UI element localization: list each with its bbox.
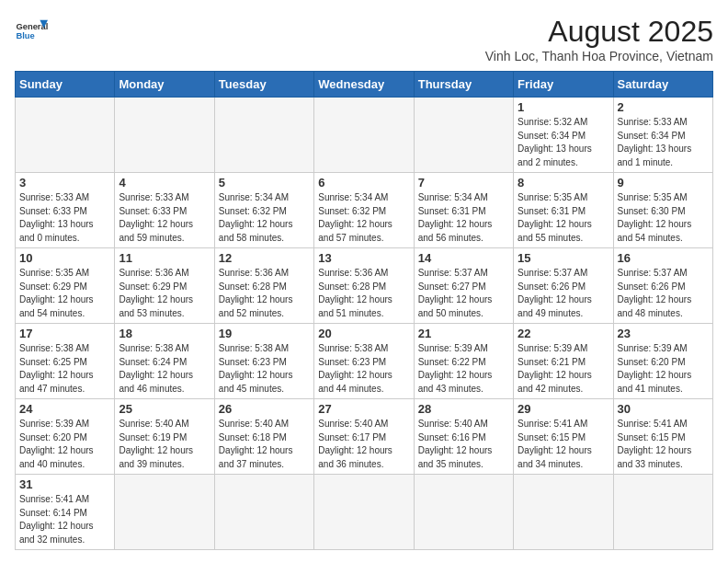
day-number: 17: [19, 327, 110, 340]
day-number: 26: [219, 402, 310, 416]
calendar-cell: [214, 98, 313, 173]
day-number: 19: [219, 327, 310, 340]
calendar-cell: [613, 475, 712, 550]
col-header-sunday: Sunday: [16, 72, 115, 98]
calendar-cell: [115, 98, 214, 173]
svg-text:Blue: Blue: [16, 31, 34, 40]
day-info: Sunrise: 5:35 AM Sunset: 6:31 PM Dayligh…: [518, 191, 609, 245]
calendar-cell: 9Sunrise: 5:35 AM Sunset: 6:30 PM Daylig…: [613, 173, 712, 248]
day-info: Sunrise: 5:40 AM Sunset: 6:18 PM Dayligh…: [219, 418, 310, 471]
day-info: Sunrise: 5:38 AM Sunset: 6:24 PM Dayligh…: [119, 342, 210, 396]
day-number: 31: [19, 477, 110, 491]
day-number: 1: [518, 100, 609, 114]
col-header-saturday: Saturday: [613, 72, 712, 98]
day-number: 16: [618, 251, 709, 265]
calendar-cell: 31Sunrise: 5:41 AM Sunset: 6:14 PM Dayli…: [16, 475, 115, 550]
calendar-cell: [115, 475, 214, 550]
calendar-table: SundayMondayTuesdayWednesdayThursdayFrid…: [15, 71, 713, 550]
calendar-week-0: 1Sunrise: 5:32 AM Sunset: 6:34 PM Daylig…: [16, 98, 713, 173]
day-info: Sunrise: 5:37 AM Sunset: 6:26 PM Dayligh…: [518, 267, 609, 320]
day-info: Sunrise: 5:34 AM Sunset: 6:31 PM Dayligh…: [418, 191, 509, 245]
day-info: Sunrise: 5:38 AM Sunset: 6:23 PM Dayligh…: [219, 342, 310, 396]
calendar-cell: 8Sunrise: 5:35 AM Sunset: 6:31 PM Daylig…: [514, 173, 613, 248]
day-number: 27: [318, 402, 409, 416]
day-info: Sunrise: 5:40 AM Sunset: 6:16 PM Dayligh…: [418, 418, 509, 471]
col-header-friday: Friday: [514, 72, 613, 98]
day-number: 24: [19, 402, 110, 416]
day-number: 9: [618, 176, 709, 190]
col-header-wednesday: Wednesday: [314, 72, 414, 98]
calendar-cell: 19Sunrise: 5:38 AM Sunset: 6:23 PM Dayli…: [214, 324, 313, 399]
calendar-cell: 12Sunrise: 5:36 AM Sunset: 6:28 PM Dayli…: [214, 248, 313, 324]
day-number: 5: [219, 176, 310, 190]
day-info: Sunrise: 5:40 AM Sunset: 6:17 PM Dayligh…: [318, 418, 409, 471]
day-info: Sunrise: 5:37 AM Sunset: 6:26 PM Dayligh…: [618, 267, 709, 320]
calendar-cell: 29Sunrise: 5:41 AM Sunset: 6:15 PM Dayli…: [514, 399, 613, 475]
day-info: Sunrise: 5:41 AM Sunset: 6:15 PM Dayligh…: [518, 418, 609, 471]
calendar-cell: 27Sunrise: 5:40 AM Sunset: 6:17 PM Dayli…: [314, 399, 414, 475]
calendar-cell: 20Sunrise: 5:38 AM Sunset: 6:23 PM Dayli…: [314, 324, 414, 399]
logo: General Blue: [15, 15, 48, 48]
calendar-cell: 18Sunrise: 5:38 AM Sunset: 6:24 PM Dayli…: [115, 324, 214, 399]
day-info: Sunrise: 5:34 AM Sunset: 6:32 PM Dayligh…: [318, 191, 409, 245]
day-info: Sunrise: 5:39 AM Sunset: 6:21 PM Dayligh…: [518, 342, 609, 396]
calendar-cell: [314, 98, 414, 173]
calendar-cell: 14Sunrise: 5:37 AM Sunset: 6:27 PM Dayli…: [414, 248, 513, 324]
title-block: August 2025 Vinh Loc, Thanh Hoa Province…: [485, 15, 713, 63]
calendar-cell: 11Sunrise: 5:36 AM Sunset: 6:29 PM Dayli…: [115, 248, 214, 324]
day-number: 18: [119, 327, 210, 340]
month-year-title: August 2025: [485, 15, 713, 49]
calendar-cell: 25Sunrise: 5:40 AM Sunset: 6:19 PM Dayli…: [115, 399, 214, 475]
day-info: Sunrise: 5:41 AM Sunset: 6:14 PM Dayligh…: [19, 493, 110, 546]
calendar-cell: 17Sunrise: 5:38 AM Sunset: 6:25 PM Dayli…: [16, 324, 115, 399]
day-info: Sunrise: 5:36 AM Sunset: 6:29 PM Dayligh…: [119, 267, 210, 320]
calendar-cell: 16Sunrise: 5:37 AM Sunset: 6:26 PM Dayli…: [613, 248, 712, 324]
col-header-monday: Monday: [115, 72, 214, 98]
day-info: Sunrise: 5:40 AM Sunset: 6:19 PM Dayligh…: [119, 418, 210, 471]
day-info: Sunrise: 5:33 AM Sunset: 6:33 PM Dayligh…: [119, 191, 210, 245]
day-number: 20: [318, 327, 409, 340]
calendar-week-2: 10Sunrise: 5:35 AM Sunset: 6:29 PM Dayli…: [16, 248, 713, 324]
calendar-week-3: 17Sunrise: 5:38 AM Sunset: 6:25 PM Dayli…: [16, 324, 713, 399]
day-info: Sunrise: 5:34 AM Sunset: 6:32 PM Dayligh…: [219, 191, 310, 245]
calendar-cell: 6Sunrise: 5:34 AM Sunset: 6:32 PM Daylig…: [314, 173, 414, 248]
calendar-cell: 5Sunrise: 5:34 AM Sunset: 6:32 PM Daylig…: [214, 173, 313, 248]
calendar-cell: 21Sunrise: 5:39 AM Sunset: 6:22 PM Dayli…: [414, 324, 513, 399]
calendar-header-row: SundayMondayTuesdayWednesdayThursdayFrid…: [16, 72, 713, 98]
day-info: Sunrise: 5:36 AM Sunset: 6:28 PM Dayligh…: [318, 267, 409, 320]
calendar-cell: 23Sunrise: 5:39 AM Sunset: 6:20 PM Dayli…: [613, 324, 712, 399]
calendar-cell: [314, 475, 414, 550]
day-number: 3: [19, 176, 110, 190]
day-info: Sunrise: 5:41 AM Sunset: 6:15 PM Dayligh…: [618, 418, 709, 471]
day-info: Sunrise: 5:33 AM Sunset: 6:34 PM Dayligh…: [618, 116, 709, 169]
calendar-cell: 7Sunrise: 5:34 AM Sunset: 6:31 PM Daylig…: [414, 173, 513, 248]
day-number: 8: [518, 176, 609, 190]
calendar-cell: 3Sunrise: 5:33 AM Sunset: 6:33 PM Daylig…: [16, 173, 115, 248]
calendar-cell: 2Sunrise: 5:33 AM Sunset: 6:34 PM Daylig…: [613, 98, 712, 173]
day-number: 30: [618, 402, 709, 416]
day-number: 4: [119, 176, 210, 190]
day-info: Sunrise: 5:39 AM Sunset: 6:22 PM Dayligh…: [418, 342, 509, 396]
day-number: 28: [418, 402, 509, 416]
col-header-tuesday: Tuesday: [214, 72, 313, 98]
calendar-cell: 22Sunrise: 5:39 AM Sunset: 6:21 PM Dayli…: [514, 324, 613, 399]
page-header: General Blue August 2025 Vinh Loc, Thanh…: [15, 15, 713, 63]
calendar-week-5: 31Sunrise: 5:41 AM Sunset: 6:14 PM Dayli…: [16, 475, 713, 550]
day-number: 10: [19, 251, 110, 265]
day-info: Sunrise: 5:36 AM Sunset: 6:28 PM Dayligh…: [219, 267, 310, 320]
day-info: Sunrise: 5:33 AM Sunset: 6:33 PM Dayligh…: [19, 191, 110, 245]
calendar-cell: 28Sunrise: 5:40 AM Sunset: 6:16 PM Dayli…: [414, 399, 513, 475]
calendar-cell: 26Sunrise: 5:40 AM Sunset: 6:18 PM Dayli…: [214, 399, 313, 475]
calendar-week-4: 24Sunrise: 5:39 AM Sunset: 6:20 PM Dayli…: [16, 399, 713, 475]
day-info: Sunrise: 5:39 AM Sunset: 6:20 PM Dayligh…: [19, 418, 110, 471]
calendar-cell: [16, 98, 115, 173]
calendar-cell: [214, 475, 313, 550]
location-subtitle: Vinh Loc, Thanh Hoa Province, Vietnam: [485, 49, 713, 63]
calendar-week-1: 3Sunrise: 5:33 AM Sunset: 6:33 PM Daylig…: [16, 173, 713, 248]
calendar-cell: 30Sunrise: 5:41 AM Sunset: 6:15 PM Dayli…: [613, 399, 712, 475]
calendar-cell: 4Sunrise: 5:33 AM Sunset: 6:33 PM Daylig…: [115, 173, 214, 248]
calendar-cell: 24Sunrise: 5:39 AM Sunset: 6:20 PM Dayli…: [16, 399, 115, 475]
calendar-cell: 13Sunrise: 5:36 AM Sunset: 6:28 PM Dayli…: [314, 248, 414, 324]
day-number: 11: [119, 251, 210, 265]
logo-icon: General Blue: [15, 15, 48, 48]
